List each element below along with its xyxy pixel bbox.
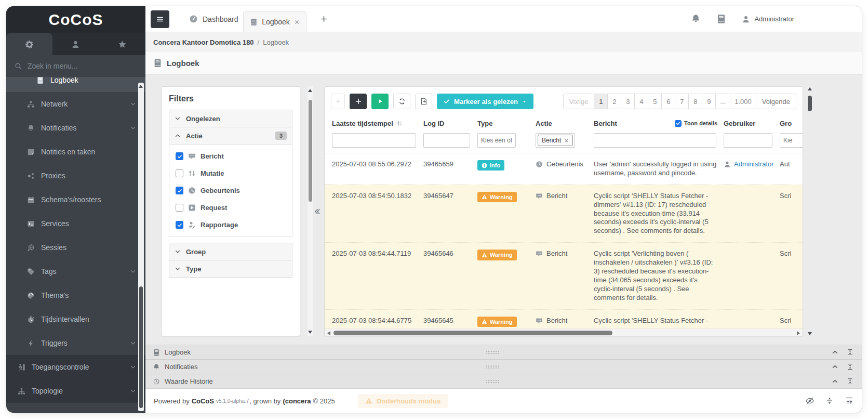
- pagination-page-...[interactable]: ...: [715, 94, 730, 109]
- drag-handle-icon[interactable]: [486, 379, 499, 384]
- new-tab-button[interactable]: [320, 6, 328, 32]
- pagination-next[interactable]: Volgende: [756, 94, 796, 109]
- eye-slash-icon[interactable]: [806, 397, 814, 405]
- drag-handle-icon[interactable]: [486, 350, 499, 355]
- close-icon[interactable]: [294, 19, 300, 25]
- filter-option-bericht[interactable]: Bericht: [176, 152, 286, 160]
- mark-as-read-button[interactable]: Markeer als gelezen: [437, 94, 533, 109]
- table-scrollbar-thumb[interactable]: [808, 96, 812, 111]
- sidebar-item-proxies[interactable]: Proxies: [6, 164, 145, 188]
- checkbox[interactable]: [176, 152, 183, 160]
- scroll-down-arrow-icon[interactable]: [808, 332, 812, 335]
- table-row[interactable]: 2025-07-03 08:54:50.183239465647WarningB…: [325, 185, 803, 242]
- scroll-down-arrow-icon[interactable]: [308, 331, 312, 334]
- filter-log-id-input[interactable]: [423, 133, 470, 148]
- remove-chip-icon[interactable]: [564, 138, 569, 143]
- checkbox[interactable]: [176, 204, 183, 212]
- pagination-page-4[interactable]: 4: [634, 94, 648, 109]
- checkbox[interactable]: [176, 187, 183, 194]
- breadcrumb-root[interactable]: Concera Kantoor Domotica 180: [153, 38, 254, 46]
- col-type[interactable]: Type: [477, 120, 536, 127]
- checkbox[interactable]: [176, 169, 183, 177]
- sidebar-item-toegangscontrole[interactable]: Toegangscontrole: [6, 355, 145, 379]
- collapse-all-icon[interactable]: [845, 397, 853, 405]
- scroll-right-arrow-icon[interactable]: [797, 331, 800, 335]
- sort-icon[interactable]: [396, 120, 403, 127]
- logbook-icon[interactable]: [716, 14, 726, 24]
- filter-group-select[interactable]: [780, 133, 803, 148]
- menu-toggle-button[interactable]: [151, 10, 169, 28]
- filter-message-input[interactable]: [594, 133, 716, 148]
- sidebar-item-tijdsintervallen[interactable]: Tijdsintervallen: [6, 307, 145, 331]
- sidebar-item-notificaties[interactable]: Notificaties: [6, 116, 145, 140]
- split-view-icon[interactable]: [825, 397, 834, 405]
- sidebar-item-tags[interactable]: Tags: [6, 259, 145, 283]
- scroll-up-arrow-icon[interactable]: [808, 87, 812, 90]
- sidebar-scrollbar-thumb[interactable]: [139, 286, 143, 408]
- filter-type-select[interactable]: [477, 133, 516, 148]
- pagination-page-1.000[interactable]: 1.000: [730, 94, 756, 109]
- filter-user-input[interactable]: [724, 133, 772, 148]
- scroll-up-arrow-icon[interactable]: [308, 89, 312, 92]
- docked-panel-waarde-historie[interactable]: Waarde Historie: [145, 374, 862, 388]
- sidebar-item-triggers[interactable]: Triggers: [6, 331, 145, 355]
- table-scrollbar[interactable]: [807, 86, 813, 336]
- export-button[interactable]: [415, 94, 432, 109]
- horizontal-scrollbar[interactable]: [325, 329, 803, 336]
- pagination-page-1[interactable]: 1: [594, 94, 608, 109]
- pagination-page-3[interactable]: 3: [621, 94, 635, 109]
- pagination-page-9[interactable]: 9: [702, 94, 716, 109]
- sidebar-item-netwerk[interactable]: Netwerk: [6, 92, 145, 116]
- sidebar-tab-users[interactable]: [52, 33, 99, 55]
- docked-panel-logboek[interactable]: Logboek: [145, 345, 862, 359]
- tab-dashboard[interactable]: Dashboard: [189, 6, 238, 32]
- user-menu[interactable]: Administrator: [742, 15, 794, 23]
- sidebar-item-topologie[interactable]: Topologie: [6, 379, 145, 403]
- pagination-page-6[interactable]: 6: [661, 94, 675, 109]
- refresh-button[interactable]: [393, 94, 410, 109]
- details-checkbox[interactable]: [675, 120, 682, 127]
- filters-scrollbar-thumb[interactable]: [309, 100, 312, 202]
- filter-option-gebeurtenis[interactable]: Gebeurtenis: [176, 187, 286, 194]
- pagination-page-8[interactable]: 8: [688, 94, 702, 109]
- sidebar-item-thema-s[interactable]: Thema's: [6, 283, 145, 307]
- sidebar-tab-favorites[interactable]: [99, 33, 145, 55]
- pagination-page-5[interactable]: 5: [648, 94, 662, 109]
- tab-logboek[interactable]: Logboek: [243, 11, 306, 32]
- pagination-page-7[interactable]: 7: [675, 94, 689, 109]
- horizontal-scrollbar-thumb[interactable]: [333, 331, 612, 335]
- sidebar-item-schema-s-roosters[interactable]: Schema's/roosters: [6, 188, 145, 212]
- notifications-bell-icon[interactable]: [691, 14, 701, 24]
- resume-button[interactable]: [371, 94, 389, 109]
- filter-option-mutatie[interactable]: Mutatie: [176, 169, 286, 177]
- sidebar-item-logboek[interactable]: Logboek: [6, 77, 145, 92]
- table-row[interactable]: 2025-07-03 08:55:06.297239465659InfoGebe…: [325, 153, 803, 185]
- menu-search-input[interactable]: [28, 62, 137, 70]
- filter-section-ongelezen[interactable]: Ongelezen: [169, 110, 292, 127]
- filter-action-chip[interactable]: Bericht: [538, 135, 573, 146]
- filter-timestamp-input[interactable]: [332, 133, 416, 148]
- col-user[interactable]: Gebruiker: [724, 120, 780, 127]
- add-entry-button[interactable]: [350, 94, 367, 109]
- sidebar-item-sessies[interactable]: Sessies: [6, 235, 145, 259]
- filter-section-groep[interactable]: Groep: [169, 243, 292, 260]
- sidebar-tab-settings[interactable]: [6, 33, 52, 55]
- sidebar-scrollbar[interactable]: [138, 83, 144, 411]
- col-timestamp[interactable]: Laatste tijdstempel: [332, 120, 393, 127]
- col-group[interactable]: Gro: [780, 120, 803, 127]
- scroll-up-arrow-icon[interactable]: [139, 85, 143, 88]
- user-link[interactable]: Administrator: [724, 160, 773, 169]
- filter-option-rapportage[interactable]: Rapportage: [176, 221, 286, 229]
- collapse-filters-handle[interactable]: [314, 205, 322, 218]
- pagination-page-2[interactable]: 2: [607, 94, 621, 109]
- docked-panel-notificaties[interactable]: Notificaties: [145, 359, 862, 374]
- drag-handle-icon[interactable]: [486, 365, 499, 369]
- sidebar-item-services[interactable]: Services: [6, 212, 145, 235]
- filters-scrollbar[interactable]: [308, 86, 313, 336]
- table-row[interactable]: 2025-07-03 08:54:44.711939465646WarningB…: [325, 242, 803, 309]
- filter-action-box[interactable]: Bericht: [536, 133, 575, 148]
- col-message[interactable]: Bericht: [594, 120, 617, 127]
- checkbox[interactable]: [176, 221, 183, 229]
- filter-section-actie[interactable]: Actie3: [169, 127, 292, 145]
- bulk-select-dropdown-button[interactable]: [331, 94, 345, 109]
